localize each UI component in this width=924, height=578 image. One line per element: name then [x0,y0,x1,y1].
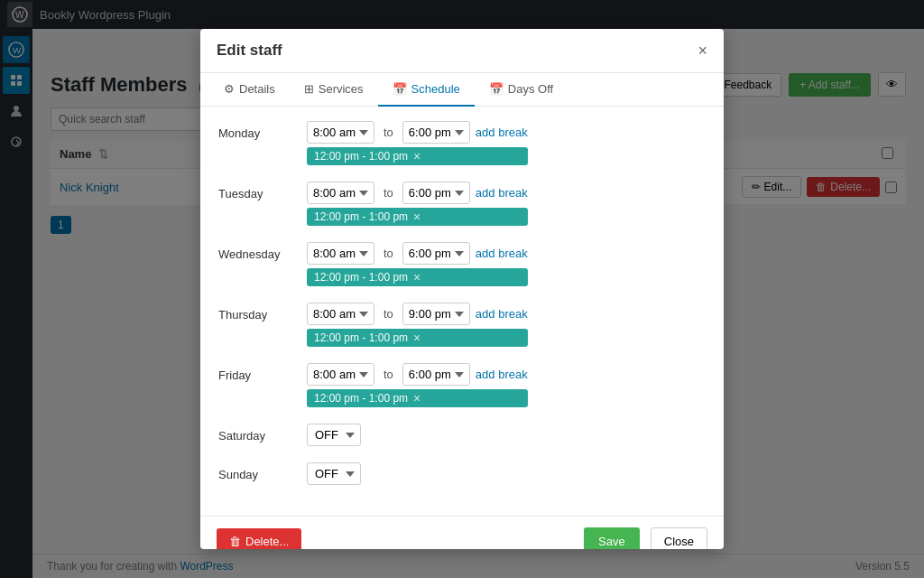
modal-overlay[interactable]: Edit staff × ⚙ Details ⊞ Services 📅 Sche… [0,0,924,578]
thursday-break-tag: 12:00 pm - 1:00 pm × [307,329,528,347]
monday-add-break-link[interactable]: add break [476,121,528,139]
modal-delete-button[interactable]: 🗑 Delete... [217,528,301,549]
day-label-thursday: Thursday [218,303,300,322]
modal-footer: 🗑 Delete... Save Close [200,516,724,549]
edit-staff-modal: Edit staff × ⚙ Details ⊞ Services 📅 Sche… [200,29,724,549]
monday-end-select[interactable]: 6:00 pm [402,121,470,144]
schedule-row-friday: Friday 8:00 am to 6:00 pm add break [218,363,706,407]
friday-breaks: 12:00 pm - 1:00 pm × [307,389,528,407]
day-label-monday: Monday [218,121,300,140]
monday-break-remove[interactable]: × [413,150,420,163]
sunday-times-breaks: OFF [307,462,361,485]
friday-start-select[interactable]: 8:00 am [307,363,374,386]
thursday-add-break-link[interactable]: add break [476,303,528,321]
wednesday-break-remove[interactable]: × [413,271,420,284]
wednesday-start-select[interactable]: 8:00 am [307,242,374,265]
day-label-wednesday: Wednesday [218,242,300,261]
tuesday-break-remove[interactable]: × [413,210,420,223]
tuesday-start-select[interactable]: 8:00 am [307,182,374,204]
modal-title: Edit staff [217,42,282,60]
saturday-times-breaks: OFF [307,424,361,446]
calendar-off-icon: 📅 [489,82,504,96]
to-label-friday: to [380,363,397,386]
schedule-row-saturday: Saturday OFF [218,424,706,446]
day-label-saturday: Saturday [218,424,300,443]
thursday-start-select[interactable]: 8:00 am [307,303,374,325]
thursday-break-remove[interactable]: × [413,331,420,344]
day-label-friday: Friday [218,363,300,382]
modal-footer-right: Save Close [584,527,707,549]
tuesday-break-tag: 12:00 pm - 1:00 pm × [307,208,528,226]
to-label-thursday: to [380,303,397,325]
saturday-times: OFF [307,424,361,446]
tuesday-add-break-link[interactable]: add break [476,182,528,200]
sunday-times: OFF [307,462,361,485]
gear-icon: ⚙ [224,82,235,96]
friday-times-breaks: 8:00 am to 6:00 pm add break 12:00 pm - … [307,363,528,407]
friday-times: 8:00 am to 6:00 pm add break [307,363,528,386]
to-label-wednesday: to [380,242,397,265]
schedule-row-wednesday: Wednesday 8:00 am to 6:00 pm add break [218,242,706,286]
thursday-times-breaks: 8:00 am to 9:00 pm add break 12:00 pm - … [307,303,528,347]
tab-services[interactable]: ⊞ Services [290,73,378,107]
tab-schedule[interactable]: 📅 Schedule [378,73,475,107]
schedule-row-sunday: Sunday OFF [218,462,706,485]
day-label-tuesday: Tuesday [218,182,300,200]
day-label-sunday: Sunday [218,462,300,481]
wednesday-times-breaks: 8:00 am to 6:00 pm add break 12:00 pm - … [307,242,528,286]
friday-break-remove[interactable]: × [413,392,420,405]
tuesday-breaks: 12:00 pm - 1:00 pm × [307,208,528,226]
modal-save-button[interactable]: Save [584,527,640,549]
trash-icon-modal: 🗑 [229,535,241,548]
tab-days-off[interactable]: 📅 Days Off [475,73,568,107]
monday-break-tag: 12:00 pm - 1:00 pm × [307,147,528,165]
schedule-row-monday: Monday 8:00 am to 6:00 pm add break [218,121,706,165]
thursday-breaks: 12:00 pm - 1:00 pm × [307,329,528,347]
wednesday-add-break-link[interactable]: add break [476,242,528,260]
friday-end-select[interactable]: 6:00 pm [402,363,470,386]
to-label-monday: to [380,121,397,144]
sunday-start-select[interactable]: OFF [307,462,361,485]
modal-body: Monday 8:00 am to 6:00 pm add break [200,107,724,516]
wednesday-times: 8:00 am to 6:00 pm add break [307,242,528,265]
modal-tabs: ⚙ Details ⊞ Services 📅 Schedule 📅 Days O… [200,73,724,107]
monday-breaks: 12:00 pm - 1:00 pm × [307,147,528,165]
thursday-times: 8:00 am to 9:00 pm add break [307,303,528,325]
modal-header: Edit staff × [200,29,724,73]
tuesday-times-breaks: 8:00 am to 6:00 pm add break 12:00 pm - … [307,182,528,226]
modal-close-btn[interactable]: Close [651,527,707,549]
tuesday-times: 8:00 am to 6:00 pm add break [307,182,528,204]
wednesday-end-select[interactable]: 6:00 pm [402,242,470,265]
monday-times: 8:00 am to 6:00 pm add break [307,121,528,144]
thursday-end-select[interactable]: 9:00 pm [402,303,470,325]
saturday-start-select[interactable]: OFF [307,424,361,446]
monday-start-select[interactable]: 8:00 am [307,121,374,144]
friday-add-break-link[interactable]: add break [476,363,528,381]
schedule-row-tuesday: Tuesday 8:00 am to 6:00 pm add break [218,182,706,226]
to-label-tuesday: to [380,182,397,204]
calendar-icon: 📅 [393,82,407,96]
wednesday-break-tag: 12:00 pm - 1:00 pm × [307,268,528,286]
grid-icon: ⊞ [304,82,314,96]
friday-break-tag: 12:00 pm - 1:00 pm × [307,389,528,407]
schedule-row-thursday: Thursday 8:00 am to 9:00 pm add break [218,303,706,347]
tuesday-end-select[interactable]: 6:00 pm [402,182,470,204]
tab-details[interactable]: ⚙ Details [209,73,290,107]
monday-times-breaks: 8:00 am to 6:00 pm add break 12:00 pm - … [307,121,528,165]
modal-close-button[interactable]: × [698,42,707,59]
wednesday-breaks: 12:00 pm - 1:00 pm × [307,268,528,286]
